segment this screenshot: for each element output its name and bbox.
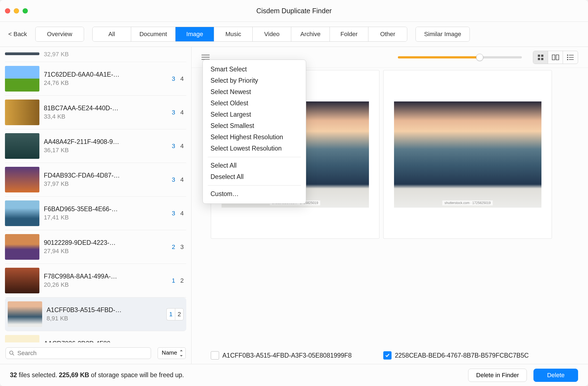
watermark-right: shutterstock.com · 1725825019 [442,200,493,205]
view-grid-button[interactable] [533,51,548,64]
view-mode-toggle [533,51,578,64]
duplicate-group-item[interactable]: F6BAD965-35EB-4E66-…17,41 KB34 [5,197,186,230]
tab-image[interactable]: Image [176,27,214,41]
menu-select-oldest[interactable]: Select Oldest [203,98,306,109]
duplicate-group-item[interactable]: AACD7026-2D2D-4F80-…8,7 KB12 [5,331,186,342]
group-info: 81BC7AAA-5E24-440D-…33,4 KB [44,104,165,120]
group-total-count[interactable]: 4 [178,73,186,85]
menu-select-highest-resolution[interactable]: Select Highest Resolution [203,132,306,143]
group-counts: 34 [169,106,186,119]
svg-rect-9 [569,55,574,55]
menu-smart-select[interactable]: Smart Select [203,64,306,75]
duplicate-group-item[interactable]: A1CFF0B3-A515-4FBD-…8,91 KB12 [5,297,186,331]
duplicate-group-item[interactable]: AA48A42F-211F-4908-9…36,17 KB34 [5,129,186,163]
sidebar: 32,97 KB71C62DED-6AA0-4A1E-…24,76 KB3481… [0,47,191,364]
group-selected-count[interactable]: 3 [169,73,178,85]
tab-music[interactable]: Music [214,27,253,41]
duplicate-group-item[interactable]: F78C998A-8AA1-499A-…20,26 KB12 [5,264,186,297]
group-total-count[interactable]: 4 [178,106,186,119]
tab-archive[interactable]: Archive [291,27,330,41]
group-filename: AA48A42F-211F-4908-9… [44,138,129,146]
duplicate-group-item[interactable]: 32,97 KB [5,50,186,62]
thumbnail-size-slider[interactable] [398,56,522,58]
group-info: AACD7026-2D2D-4F80-…8,7 KB [44,340,165,342]
similar-image-button[interactable]: Similar Image [416,27,469,41]
svg-rect-2 [538,55,540,57]
tab-other[interactable]: Other [368,27,407,41]
duplicate-group-item[interactable]: FD4AB93C-FDA6-4D87-…37,97 KB34 [5,163,186,197]
duplicate-group-item[interactable]: 71C62DED-6AA0-4A1E-…24,76 KB34 [5,62,186,96]
overview-button[interactable]: Overview [36,27,84,41]
tab-folder[interactable]: Folder [330,27,368,41]
view-compare-button[interactable] [548,51,563,64]
group-total-count[interactable]: 3 [178,241,186,253]
back-button[interactable]: < Back [8,31,27,38]
group-size: 20,26 KB [44,281,165,288]
tab-all[interactable]: All [93,27,131,41]
content: 32,97 KB71C62DED-6AA0-4A1E-…24,76 KB3481… [0,47,588,364]
group-total-count[interactable]: 4 [178,174,186,186]
duplicate-group-item[interactable]: 90122289-9DED-4223-…27,94 KB23 [5,230,186,264]
group-selected-count[interactable]: 3 [169,106,178,119]
menu-select-all[interactable]: Select All [203,160,306,171]
duplicate-group-list[interactable]: 32,97 KB71C62DED-6AA0-4A1E-…24,76 KB3481… [0,47,191,342]
footer-actions: Delete in Finder Delete [468,369,578,382]
menu-select-largest[interactable]: Select Largest [203,109,306,120]
group-selected-count[interactable]: 3 [169,207,178,219]
group-total-count[interactable]: 4 [178,140,186,152]
overview-segment: Overview [35,27,84,42]
list-icon [567,55,574,60]
group-size: 8,91 KB [47,315,162,322]
app-window: Cisdem Duplicate Finder < Back Overview … [0,0,588,386]
group-total-count[interactable]: 2 [175,308,184,320]
group-selected-count[interactable]: 3 [169,174,178,186]
menu-separator [208,157,301,157]
slider-knob[interactable] [476,54,483,61]
menu-custom[interactable]: Custom… [203,188,306,200]
search-box[interactable] [6,347,151,359]
group-total-count[interactable]: 4 [178,207,186,219]
preview-label-right: 2258CEAB-BED6-4767-8B7B-B579FCBC7B5C [383,351,552,360]
group-size: 17,41 KB [44,214,165,221]
group-filename: 81BC7AAA-5E24-440D-… [44,104,129,112]
group-info: F78C998A-8AA1-499A-…20,26 KB [44,273,165,288]
group-thumbnail [5,167,39,192]
view-list-button[interactable] [563,51,578,64]
similar-image-segment: Similar Image [416,27,470,42]
close-window-button[interactable] [5,8,10,14]
group-info: F6BAD965-35EB-4E66-…17,41 KB [44,205,165,221]
preview-card-right[interactable]: shutterstock.com · 1725825019 [383,70,552,239]
group-filename: 71C62DED-6AA0-4A1E-… [44,71,129,78]
menu-select-by-priority[interactable]: Select by Priority [203,75,306,86]
menu-deselect-all[interactable]: Deselect All [203,171,306,183]
svg-rect-3 [541,55,543,57]
svg-rect-8 [567,55,568,56]
tab-document[interactable]: Document [131,27,176,41]
menu-select-smallest[interactable]: Select Smallest [203,120,306,132]
group-selected-count[interactable]: 1 [166,308,175,320]
group-selected-count[interactable]: 1 [169,275,178,287]
window-title: Cisdem Duplicate Finder [256,7,332,15]
group-total-count[interactable]: 2 [178,275,186,287]
duplicate-group-item[interactable]: 81BC7AAA-5E24-440D-…33,4 KB34 [5,96,186,129]
group-info: 32,97 KB [44,50,186,58]
preview-filename-right: 2258CEAB-BED6-4767-8B7B-B579FCBC7B5C [395,352,529,359]
minimize-window-button[interactable] [14,8,19,14]
preview-checkbox-left[interactable] [211,351,219,360]
preview-filename-left: A1CFF0B3-A515-4FBD-A3F3-05E8081999F8 [222,352,352,359]
sidebar-footer: Name [0,342,191,364]
menu-select-newest[interactable]: Select Newest [203,86,306,98]
group-selected-count[interactable]: 2 [169,241,178,253]
delete-in-finder-button[interactable]: Delete in Finder [468,369,527,382]
group-thumbnail [5,66,39,92]
search-input[interactable] [17,350,147,357]
sort-select[interactable]: Name [158,347,186,359]
group-filename: FD4AB93C-FDA6-4D87-… [44,172,129,179]
zoom-window-button[interactable] [23,8,28,14]
menu-select-lowest-resolution[interactable]: Select Lowest Resolution [203,143,306,154]
delete-button[interactable]: Delete [533,369,578,382]
status-text: 32 files selected. 225,69 KB of storage … [10,371,184,379]
tab-video[interactable]: Video [253,27,291,41]
preview-checkbox-right[interactable] [383,351,392,360]
group-selected-count[interactable]: 3 [169,140,178,152]
